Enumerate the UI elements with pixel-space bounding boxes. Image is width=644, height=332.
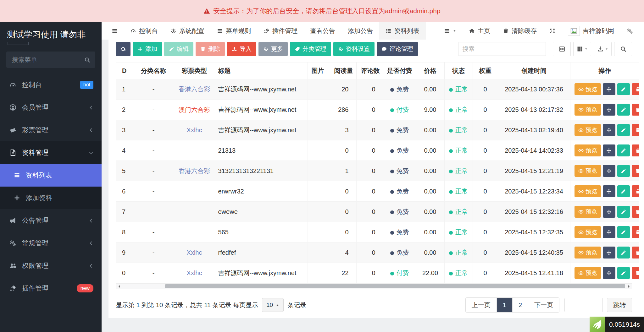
sidebar-item-data-add[interactable]: 添加资料 bbox=[0, 187, 102, 209]
nav-tab-data-list[interactable]: 资料列表 bbox=[379, 22, 426, 40]
row-delete-button[interactable] bbox=[632, 226, 640, 238]
row-preview-button[interactable]: 预览 bbox=[575, 247, 601, 259]
lottery-type-link[interactable]: 香港六合彩 bbox=[179, 86, 210, 93]
row-preview-button[interactable]: 预览 bbox=[575, 267, 601, 279]
page-button-next[interactable]: 下一页 bbox=[528, 298, 559, 312]
row-edit-button[interactable] bbox=[617, 83, 630, 95]
row-edit-button[interactable] bbox=[617, 124, 630, 136]
lottery-type-link[interactable]: 香港六合彩 bbox=[179, 167, 210, 174]
jump-page-input[interactable] bbox=[564, 298, 603, 312]
page-button-prev[interactable]: 上一页 bbox=[466, 298, 497, 312]
row-move-button[interactable] bbox=[603, 185, 615, 197]
sidebar-item-general[interactable]: 常规管理 bbox=[0, 232, 102, 254]
toggle-search-button[interactable] bbox=[614, 42, 632, 56]
row-preview-button[interactable]: 预览 bbox=[575, 206, 601, 218]
row-edit-button[interactable] bbox=[617, 206, 630, 218]
nav-tab-menu-rules[interactable]: 菜单规则 bbox=[211, 22, 257, 40]
row-delete-button[interactable] bbox=[632, 247, 640, 259]
lottery-type-link[interactable]: 澳门六合彩 bbox=[179, 106, 210, 113]
row-delete-button[interactable] bbox=[632, 104, 640, 116]
row-preview-button[interactable]: 预览 bbox=[575, 165, 601, 177]
sidebar-item-members[interactable]: 会员管理 bbox=[0, 96, 102, 119]
row-delete-button[interactable] bbox=[632, 83, 640, 95]
row-move-button[interactable] bbox=[603, 226, 615, 238]
toggle-columns-button[interactable] bbox=[573, 42, 591, 56]
row-delete-button[interactable] bbox=[632, 185, 640, 197]
scroll-left-arrow[interactable] bbox=[116, 284, 122, 289]
row-move-button[interactable] bbox=[603, 267, 615, 279]
row-edit-button[interactable] bbox=[617, 267, 630, 279]
lottery-type-link[interactable]: Xxlhc bbox=[187, 127, 202, 133]
row-move-button[interactable] bbox=[603, 124, 615, 136]
row-preview-button[interactable]: 预览 bbox=[575, 144, 601, 156]
row-move-button[interactable] bbox=[603, 247, 615, 259]
row-delete-button[interactable] bbox=[632, 144, 640, 156]
sidebar-item-data-list[interactable]: 资料列表 bbox=[0, 164, 102, 187]
sidebar-item-lottery[interactable]: 彩票管理 bbox=[0, 119, 102, 141]
jump-button[interactable]: 跳转 bbox=[607, 298, 632, 312]
nav-action-site-link[interactable]: 吉祥源码网 bbox=[562, 22, 620, 40]
export-button[interactable] bbox=[594, 42, 612, 56]
lottery-type-link[interactable]: Xxlhc bbox=[187, 269, 202, 276]
nav-action-home[interactable]: 主页 bbox=[463, 22, 497, 40]
row-preview-button[interactable]: 预览 bbox=[575, 83, 601, 95]
row-move-button[interactable] bbox=[603, 206, 615, 218]
refresh-button[interactable] bbox=[116, 42, 130, 56]
cell-id: 8 bbox=[116, 222, 133, 242]
add-button[interactable]: 添加 bbox=[133, 42, 162, 56]
row-preview-button[interactable]: 预览 bbox=[575, 226, 601, 238]
row-delete-button[interactable] bbox=[632, 124, 640, 136]
row-delete-button[interactable] bbox=[632, 267, 640, 279]
cell-text: 吉祥源码网--www.jxymw.net bbox=[218, 86, 297, 93]
sidebar-search-input[interactable] bbox=[11, 56, 84, 64]
sidebar-toggle-button[interactable] bbox=[105, 22, 124, 40]
row-preview-button[interactable]: 预览 bbox=[575, 124, 601, 136]
delete-button[interactable]: 删除 bbox=[196, 42, 225, 56]
import-button[interactable]: 导入 bbox=[227, 42, 256, 56]
row-preview-button[interactable]: 预览 bbox=[575, 104, 601, 116]
row-edit-button[interactable] bbox=[617, 165, 630, 177]
row-delete-button[interactable] bbox=[632, 165, 640, 177]
row-preview-button[interactable]: 预览 bbox=[575, 185, 601, 197]
nav-tab-add-announce[interactable]: 添加公告 bbox=[341, 22, 379, 40]
horizontal-scrollbar[interactable] bbox=[116, 283, 632, 289]
nav-action-tabs-menu[interactable] bbox=[438, 22, 463, 40]
edit-button[interactable]: 编辑 bbox=[164, 42, 193, 56]
nav-tab-console[interactable]: 控制台 bbox=[124, 22, 164, 40]
sidebar-item-data-manage[interactable]: 资料管理 bbox=[0, 141, 102, 164]
row-move-button[interactable] bbox=[603, 83, 615, 95]
toggle-detail-button[interactable] bbox=[553, 42, 571, 56]
sidebar-item-auth[interactable]: 权限管理 bbox=[0, 254, 102, 277]
thinkphp-logo[interactable] bbox=[590, 317, 605, 332]
nav-action-clear-cache[interactable]: 清除缓存 bbox=[497, 22, 543, 40]
category-manage-button[interactable]: 分类管理 bbox=[290, 42, 331, 56]
comment-manage-button[interactable]: 评论管理 bbox=[377, 42, 418, 56]
row-edit-button[interactable] bbox=[617, 104, 630, 116]
row-move-button[interactable] bbox=[603, 144, 615, 156]
table-search-input[interactable] bbox=[458, 42, 546, 56]
row-move-button[interactable] bbox=[603, 165, 615, 177]
row-edit-button[interactable] bbox=[617, 144, 630, 156]
row-delete-button[interactable] bbox=[632, 206, 640, 218]
scrollbar-thumb[interactable] bbox=[165, 284, 625, 288]
move-icon bbox=[606, 209, 612, 215]
data-settings-button[interactable]: 资料设置 bbox=[333, 42, 375, 56]
sidebar-item-console[interactable]: 控制台hot bbox=[0, 73, 102, 96]
row-edit-button[interactable] bbox=[617, 226, 630, 238]
nav-action-settings[interactable] bbox=[620, 22, 639, 40]
row-move-button[interactable] bbox=[603, 104, 615, 116]
page-button-page-1[interactable]: 1 bbox=[497, 298, 512, 312]
per-page-dropdown[interactable]: 10 bbox=[262, 298, 284, 312]
scroll-right-arrow[interactable] bbox=[625, 284, 632, 289]
sidebar-item-plugins[interactable]: 插件管理new bbox=[0, 277, 102, 300]
nav-tab-plugin-manage[interactable]: 插件管理 bbox=[257, 22, 304, 40]
lottery-type-link[interactable]: Xxlhc bbox=[187, 249, 202, 256]
more-button[interactable]: 更多 bbox=[258, 42, 288, 56]
page-button-page-2[interactable]: 2 bbox=[512, 298, 528, 312]
row-edit-button[interactable] bbox=[617, 185, 630, 197]
sidebar-item-announce[interactable]: 公告管理 bbox=[0, 209, 102, 232]
nav-tab-system-config[interactable]: 系统配置 bbox=[164, 22, 211, 40]
row-edit-button[interactable] bbox=[617, 247, 630, 259]
nav-tab-view-announce[interactable]: 查看公告 bbox=[304, 22, 341, 40]
nav-action-fullscreen[interactable] bbox=[543, 22, 562, 40]
